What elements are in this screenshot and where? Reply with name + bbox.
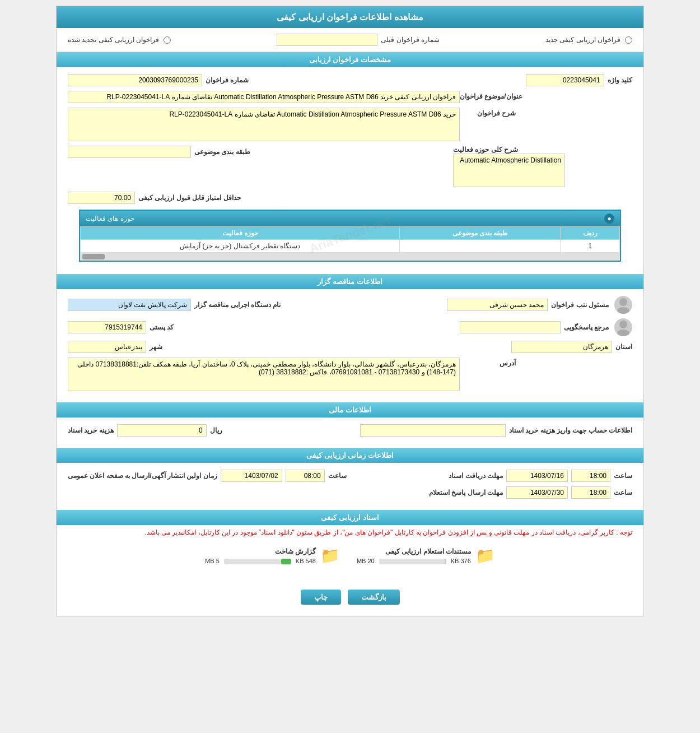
col-row: ردیف — [561, 227, 620, 240]
action-buttons: بازگشت چاپ — [57, 581, 643, 616]
print-button[interactable]: چاپ — [301, 590, 341, 605]
min-score-input[interactable] — [68, 192, 135, 204]
svg-point-0 — [619, 298, 627, 306]
table-scrollbar[interactable] — [80, 253, 620, 261]
response-field: ساعت مهلت ارسال پاسخ استعلام — [429, 486, 632, 499]
ref-input[interactable] — [460, 321, 561, 333]
title-label: عنوان/موضوع فراخوان — [460, 91, 522, 100]
activity-field: شرح کلی حوزه فعالیت — [453, 146, 632, 187]
activity-popup-title: حوزه های فعالیت — [86, 215, 134, 222]
org-field: نام دستگاه اجرایی مناقصه گزار — [68, 299, 281, 311]
cost-label: هزینه خرید اسناد — [68, 426, 114, 434]
section2-header: اطلاعات مناقصه گزار — [57, 274, 643, 289]
renewed-rfq-label: فراخوان ارزیابی کیفی تجدید شده — [68, 36, 159, 44]
min-score-label: حداقل امتیاز قابل قبول ارزیابی کیفی — [138, 194, 241, 202]
ref-avatar — [614, 318, 632, 336]
desc-label: شرح فراخوان — [460, 108, 516, 117]
prev-number-input[interactable] — [277, 34, 377, 46]
section1-body: کلید واژه شماره فراخوان عنوان/موضوع فراخ… — [57, 67, 643, 274]
org-input[interactable] — [68, 299, 191, 311]
renewed-rfq-option[interactable]: فراخوان ارزیابی کیفی تجدید شده — [68, 36, 171, 44]
activity-label: شرح کلی حوزه فعالیت — [453, 146, 518, 154]
section3-body: اطلاعات حساب جهت واریز هزینه خرید اسناد … — [57, 417, 643, 448]
file2-icon: 📁 — [320, 546, 340, 565]
postal-field: کد پستی — [68, 321, 174, 333]
prev-number-label: شماره فراخوان قبلی — [381, 36, 440, 44]
svg-point-2 — [619, 321, 627, 328]
scrollbar-thumb — [82, 254, 105, 259]
desc-textarea[interactable] — [68, 108, 460, 141]
cost-unit-label: ریال — [210, 426, 222, 434]
publish-time-label: ساعت — [328, 472, 347, 480]
file1-size1: 376 KB — [451, 558, 471, 564]
file2-size1: 548 KB — [296, 558, 316, 564]
address-label: آدرس — [460, 358, 516, 367]
prev-number-field: شماره فراخوان قبلی — [277, 34, 440, 46]
publish-field: ساعت زمان اولین انتشار آگهی/ارسال به صفح… — [68, 470, 347, 482]
new-rfq-radio[interactable] — [625, 36, 632, 44]
publish-time-input[interactable] — [286, 470, 325, 482]
section2-body: مسئول نتب فراخوان نام دستگاه اجرایی مناق… — [57, 289, 643, 402]
section4-body: ساعت مهلت دریافت اسناد ساعت زمان اولین ا… — [57, 463, 643, 510]
file1-item: 📁 مستندات استعلام ارزیابی کیفی 376 KB 20… — [357, 546, 495, 565]
category-field: طبقه بندی موضوعی — [68, 146, 250, 158]
response-time-input[interactable] — [571, 486, 610, 499]
city-input[interactable] — [68, 341, 146, 353]
activity-popup-header: ● حوزه های فعالیت — [80, 211, 620, 226]
file2-size2: 5 MB — [205, 558, 220, 564]
section5-header: اسناد ارزیابی کیفی — [57, 510, 643, 525]
file2-item: 📁 گزارش شاخت 548 KB 5 MB — [205, 546, 340, 565]
popup-close-button[interactable]: ● — [604, 214, 614, 224]
category-input[interactable] — [68, 146, 191, 158]
deadline-label: مهلت دریافت اسناد — [449, 472, 503, 480]
col-activity: حوزه فعالیت — [81, 227, 400, 240]
postal-label: کد پستی — [150, 323, 174, 331]
deadline-time-label: ساعت — [614, 472, 632, 480]
address-row: آدرس — [68, 358, 632, 391]
city-label: شهر — [150, 343, 162, 351]
category-label: طبقه بندی موضوعی — [194, 148, 250, 156]
back-button[interactable]: بازگشت — [348, 590, 400, 605]
min-score-row: حداقل امتیاز قابل قبول ارزیابی کیفی — [68, 192, 632, 204]
publish-date-input[interactable] — [221, 470, 282, 482]
file2-label: گزارش شاخت — [205, 548, 316, 555]
response-date-input[interactable] — [506, 486, 568, 499]
response-label: مهلت ارسال پاسخ استعلام — [429, 489, 503, 497]
org-label: نام دستگاه اجرایی مناقصه گزار — [194, 301, 281, 309]
section3-header: اطلاعات مالی — [57, 402, 643, 417]
svg-point-3 — [617, 330, 629, 336]
account-input[interactable] — [360, 424, 506, 437]
svg-point-1 — [617, 307, 629, 314]
contact-input[interactable] — [447, 299, 548, 311]
deadline-date-input[interactable] — [506, 470, 568, 482]
title-input[interactable] — [68, 91, 460, 103]
postal-input[interactable] — [68, 321, 146, 333]
section5-body: 📁 مستندات استعلام ارزیابی کیفی 376 KB 20… — [57, 540, 643, 581]
file1-icon: 📁 — [475, 546, 495, 565]
keyword-field: کلید واژه — [526, 74, 632, 86]
title-row: عنوان/موضوع فراخوان — [68, 91, 632, 103]
cost-field: ریال هزینه خرید اسناد — [68, 424, 222, 437]
ref-label: مرجع پاسخگویی — [564, 323, 609, 331]
section4-header: اطلاعات زمانی ارزیابی کیفی — [57, 448, 643, 463]
page-title: مشاهده اطلاعات فراخوان ارزیابی کیفی — [57, 6, 643, 28]
contact-label: مسئول نتب فراخوان — [551, 301, 609, 309]
number-field: شماره فراخوان — [68, 74, 249, 86]
city-field: شهر — [68, 341, 162, 353]
deadline-time-input[interactable] — [571, 470, 610, 482]
address-textarea[interactable] — [68, 358, 460, 391]
new-rfq-label: فراخوان ارزیابی کیفی جدید — [545, 36, 620, 44]
contact-avatar — [614, 296, 632, 314]
keyword-input[interactable] — [526, 74, 604, 86]
number-input[interactable] — [68, 74, 202, 86]
publish-label: زمان اولین انتشار آگهی/ارسال به صفحه اعل… — [68, 472, 217, 480]
new-rfq-option[interactable]: فراخوان ارزیابی کیفی جدید — [545, 36, 632, 44]
cost-input[interactable] — [117, 424, 207, 437]
province-label: استان — [615, 343, 632, 351]
section1-header: مشخصات فراخوان ارزیابی — [57, 52, 643, 67]
section5-notice: توجه : کاربر گرامی، دریافت اسناد در مهلت… — [57, 525, 643, 540]
activity-textarea[interactable] — [453, 154, 565, 187]
province-input[interactable] — [511, 341, 612, 353]
contact-field: مسئول نتب فراخوان — [447, 296, 632, 314]
renewed-rfq-radio[interactable] — [164, 36, 171, 44]
